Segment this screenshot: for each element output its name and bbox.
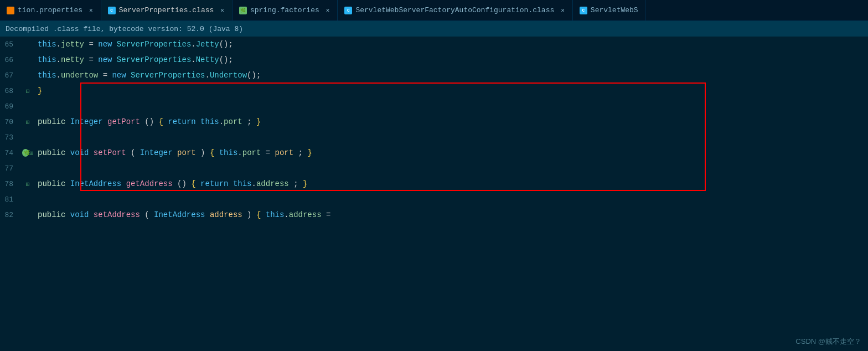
code-line-78: 78 ⊞ public InetAddress getAddress () { …: [0, 176, 868, 192]
tab-icon-server-properties: C: [108, 7, 116, 14]
line-number-65: 65: [0, 40, 22, 49]
tab-close-server-properties[interactable]: ✕: [219, 6, 225, 15]
tab-icon-properties: [7, 7, 14, 14]
tab-close-servlet-factory[interactable]: ✕: [560, 6, 566, 15]
breakpoint-icon-74: 🌿: [22, 149, 29, 157]
app-container: tion.properties ✕ C ServerProperties.cla…: [0, 0, 868, 351]
line-number-81: 81: [0, 195, 22, 204]
watermark: CSDN @贼不走空？: [795, 337, 861, 347]
tab-label-properties: tion.properties: [18, 6, 82, 14]
line-number-78: 78: [0, 180, 22, 188]
tab-label-servlet-web: ServletWebS: [591, 6, 638, 14]
line-number-67: 67: [0, 71, 22, 80]
tab-close-properties[interactable]: ✕: [88, 6, 94, 15]
tab-spring-factories[interactable]: 🌿 spring.factories ✕: [232, 0, 338, 20]
gutter-74: 🌿 ⊞: [22, 149, 33, 157]
fold-icon-68[interactable]: ⊟: [26, 87, 30, 95]
code-line-69: 69: [0, 99, 868, 114]
fold-icon-78[interactable]: ⊞: [26, 180, 30, 188]
gutter-70[interactable]: ⊞: [22, 118, 33, 126]
tab-icon-servlet-factory: C: [344, 7, 352, 14]
code-line-68: 68 ⊟ }: [0, 83, 868, 99]
tab-servlet-factory-auto[interactable]: C ServletWebServerFactoryAutoConfigurati…: [338, 0, 572, 20]
tab-properties[interactable]: tion.properties ✕: [0, 0, 101, 20]
line-number-69: 69: [0, 102, 22, 111]
tab-icon-spring-factories: 🌿: [239, 7, 247, 14]
line-number-68: 68: [0, 87, 22, 95]
code-text-67: this.undertow = new ServerProperties.Und…: [33, 71, 261, 80]
code-line-81: 81: [0, 192, 868, 207]
code-content: 65 this.jetty = new ServerProperties.Jet…: [0, 37, 868, 351]
code-text-68: }: [33, 86, 42, 95]
code-text-74: public void setPort ( Integer port ) { t…: [33, 148, 312, 157]
gutter-68[interactable]: ⊟: [22, 87, 33, 95]
tab-label-spring-factories: spring.factories: [250, 6, 319, 14]
code-line-74: 74 🌿 ⊞ public void setPort ( Integer por…: [0, 145, 868, 161]
line-number-82: 82: [0, 211, 22, 219]
code-text-70: public Integer getPort () { return this.…: [33, 117, 261, 126]
gutter-78[interactable]: ⊞: [22, 180, 33, 188]
code-line-65: 65 this.jetty = new ServerProperties.Jet…: [0, 37, 868, 52]
fold-icon-70[interactable]: ⊞: [26, 118, 30, 126]
code-line-77: 77: [0, 161, 868, 176]
info-bar: Decompiled .class file, bytecode version…: [0, 21, 868, 37]
line-number-74: 74: [0, 149, 22, 157]
code-line-73: 73: [0, 130, 868, 145]
line-number-70: 70: [0, 118, 22, 126]
tab-close-spring-factories[interactable]: ✕: [325, 6, 331, 15]
tab-label-servlet-factory: ServletWebServerFactoryAutoConfiguration…: [355, 6, 554, 14]
code-line-70: 70 ⊞ public Integer getPort () { return …: [0, 114, 868, 130]
code-text-66: this.netty = new ServerProperties.Netty(…: [33, 55, 233, 64]
code-line-82: 82 public void setAddress ( InetAddress …: [0, 207, 868, 223]
tab-bar: tion.properties ✕ C ServerProperties.cla…: [0, 0, 868, 21]
code-text-78: public InetAddress getAddress () { retur…: [33, 179, 307, 188]
line-number-73: 73: [0, 133, 22, 142]
code-area: 65 this.jetty = new ServerProperties.Jet…: [0, 37, 868, 351]
code-text-82: public void setAddress ( InetAddress add…: [33, 210, 330, 219]
tab-label-server-properties: ServerProperties.class: [119, 6, 214, 14]
code-line-67: 67 this.undertow = new ServerProperties.…: [0, 68, 868, 83]
watermark-text: CSDN @贼不走空？: [795, 337, 861, 345]
line-number-66: 66: [0, 56, 22, 64]
tab-servlet-web[interactable]: C ServletWebS: [573, 0, 645, 20]
code-line-66: 66 this.netty = new ServerProperties.Net…: [0, 52, 868, 68]
fold-icon-74[interactable]: ⊞: [29, 149, 33, 157]
line-number-77: 77: [0, 164, 22, 173]
tab-icon-servlet-web: C: [580, 7, 587, 14]
code-text-65: this.jetty = new ServerProperties.Jetty(…: [33, 40, 233, 49]
info-bar-text: Decompiled .class file, bytecode version…: [6, 25, 243, 33]
tab-server-properties[interactable]: C ServerProperties.class ✕: [101, 0, 232, 20]
